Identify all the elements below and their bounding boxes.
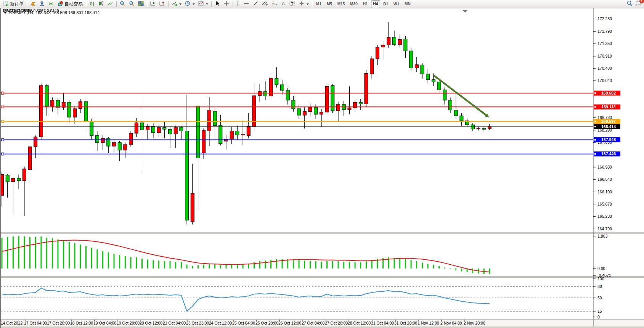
auto-trading-button[interactable]: 自动交易	[56, 0, 84, 8]
horizontal-line-tool-button[interactable]	[242, 0, 251, 8]
shapes-tool-button[interactable]	[297, 0, 310, 8]
chart-window: 172.230171.790171.350170.910170.480170.0…	[0, 8, 644, 328]
price-axis-label: 166.540	[597, 177, 612, 182]
timeframe-button-d1[interactable]: D1	[381, 0, 390, 8]
candle	[151, 127, 155, 133]
svg-text:F: F	[276, 4, 277, 6]
candlestick-mode-button[interactable]	[97, 0, 106, 8]
rsi-indicator-label: RSI(14) 34.5658	[3, 8, 32, 13]
clock-icon	[185, 1, 191, 8]
candle	[73, 109, 77, 117]
timeframe-button-m1[interactable]: M1	[314, 0, 324, 8]
candle	[348, 108, 351, 109]
bar-chart-mode-button[interactable]	[88, 0, 96, 8]
candle	[135, 123, 138, 133]
candle	[112, 143, 116, 146]
candle	[51, 100, 54, 106]
fibonacci-tool-button[interactable]: F	[270, 0, 279, 8]
candle	[45, 85, 48, 106]
candle	[437, 82, 441, 90]
profile-button[interactable]	[38, 0, 47, 8]
gold-button[interactable]	[29, 0, 37, 8]
auto-scroll-button[interactable]	[149, 0, 157, 8]
resistance-line-2-handle[interactable]	[2, 106, 4, 108]
candle	[84, 102, 88, 122]
notifications-button[interactable]: 1	[635, 0, 642, 8]
timeframe-button-mn[interactable]: MN	[402, 0, 413, 8]
candle	[482, 129, 486, 129]
templates-button[interactable]	[197, 0, 210, 8]
text-label-icon: T	[289, 1, 296, 8]
candle	[488, 127, 491, 129]
timeframe-button-m30[interactable]: M30	[348, 0, 360, 8]
price-tag-label: 167.948	[601, 137, 616, 142]
price-axis-label: 170.040	[597, 78, 612, 83]
chevron-down-icon	[179, 3, 181, 5]
crosshair-tool-button[interactable]	[222, 0, 231, 8]
time-axis-label: 26 Oct 12:00	[278, 321, 301, 325]
candle	[359, 103, 362, 104]
candle	[67, 102, 71, 117]
timeframe-button-h4[interactable]: H4	[371, 0, 381, 8]
resistance-line-1-handle[interactable]	[2, 92, 4, 94]
equidistant-channel-icon: E	[262, 1, 268, 8]
price-axis-label: 166.100	[597, 190, 612, 194]
timeframe-button-h1[interactable]: H1	[361, 0, 370, 8]
toolbar-separator	[312, 1, 312, 7]
text-icon: A	[281, 1, 286, 8]
pivot-line-handle[interactable]	[2, 121, 4, 123]
candle	[241, 134, 245, 135]
svg-text:E: E	[266, 4, 268, 6]
zoom-out-button[interactable]	[127, 0, 136, 8]
candle	[247, 127, 250, 136]
toolbar-separator	[147, 1, 147, 7]
time-axis-label: 28 Oct 12:00	[348, 321, 371, 325]
candle	[365, 74, 368, 104]
line-chart-mode-button[interactable]	[106, 0, 115, 8]
time-axis-label: 27 Oct 04:00	[302, 321, 324, 325]
cursor-tool-button[interactable]	[213, 0, 222, 8]
candle	[325, 87, 329, 112]
price-tag-label: 168.597	[601, 119, 616, 124]
support-line-1-handle[interactable]	[2, 139, 4, 141]
resistance-line-1-tag-notch	[594, 92, 596, 94]
text-label-tool-button[interactable]: T	[288, 0, 297, 8]
price-tag-label: 168.414	[601, 124, 616, 129]
support-line-2-handle[interactable]	[2, 153, 4, 155]
signal-button[interactable]	[47, 0, 56, 8]
candle	[129, 133, 133, 145]
tile-windows-button[interactable]	[137, 0, 145, 8]
chart-shift-button[interactable]	[158, 0, 167, 8]
candle	[202, 130, 206, 153]
timeframe-button-m15[interactable]: M15	[335, 0, 347, 8]
price-axis-label: 165.670	[597, 202, 612, 206]
trendline-tool-button[interactable]	[251, 0, 260, 8]
tile-windows-icon	[138, 1, 144, 8]
candle	[415, 65, 418, 68]
time-axis-label: 31 Oct 04:00	[371, 321, 394, 325]
svg-text:A: A	[282, 1, 285, 6]
periods-button[interactable]	[183, 0, 196, 8]
candle	[275, 79, 278, 85]
time-axis-label: 2 Nov 20:00	[464, 321, 485, 325]
timeframe-button-w1[interactable]: W1	[391, 0, 401, 8]
candle	[236, 131, 239, 135]
new-order-button[interactable]: 新订单	[2, 0, 25, 8]
text-tool-button[interactable]: A	[279, 0, 287, 8]
candle	[308, 107, 312, 111]
candle	[118, 143, 121, 150]
zoom-in-button[interactable]	[118, 0, 127, 8]
indicators-button[interactable]	[170, 0, 183, 8]
timeframe-button-m5[interactable]: M5	[324, 0, 334, 8]
vertical-line-tool-button[interactable]	[234, 0, 242, 8]
auto-scroll-icon	[150, 1, 156, 8]
channel-tool-button[interactable]: E	[260, 0, 270, 8]
price-axis-label: 171.350	[597, 41, 612, 46]
time-axis-label: 2 Nov 04:00	[440, 321, 462, 325]
search-icon[interactable]	[626, 0, 633, 8]
candle	[432, 80, 435, 82]
candle	[314, 107, 318, 114]
price-axis-label: 172.230	[597, 16, 612, 21]
rsi-axis-label: 15	[597, 309, 602, 314]
chart-canvas[interactable]: 172.230171.790171.350170.910170.480170.0…	[1, 8, 644, 328]
